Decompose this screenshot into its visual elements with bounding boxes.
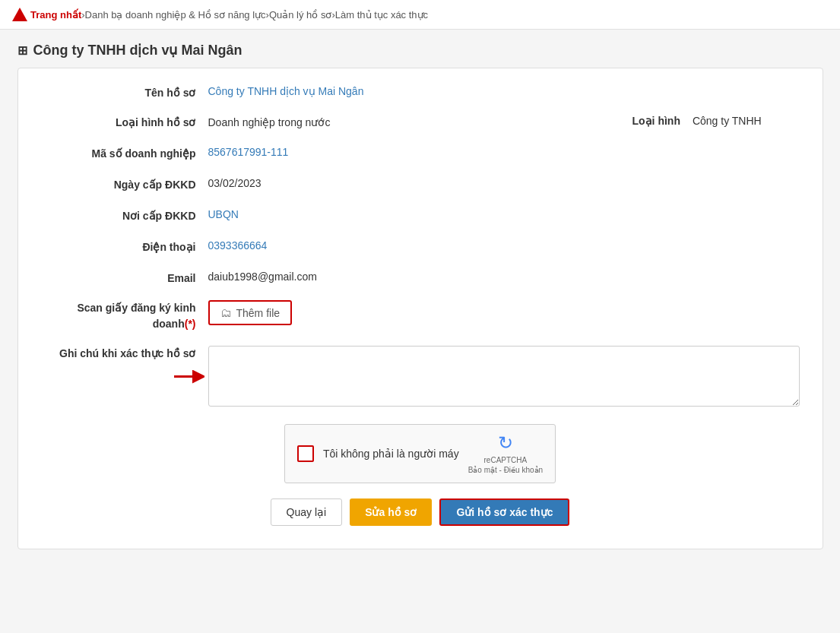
ghi-chu-field-container <box>208 346 800 409</box>
loai-hinh-ho-so-value: Doanh nghiệp trong nước <box>208 115 632 131</box>
breadcrumb-item-label-4: Làm thủ tục xác thực <box>335 9 428 21</box>
email-value: daiub1998@gmail.com <box>208 269 800 285</box>
form-card: Tên hồ sơ Công ty TNHH dịch vụ Mai Ngân … <box>17 68 823 549</box>
ngay-cap-row: Ngày cấp ĐKKD 03/02/2023 <box>41 176 800 193</box>
page-title: ⊞ Công ty TNHH dịch vụ Mai Ngân <box>17 42 823 59</box>
dien-thoai-label: Điện thoại <box>41 238 208 255</box>
them-file-label: Thêm file <box>236 307 281 319</box>
them-file-button[interactable]: 🗂 Thêm file <box>208 300 293 325</box>
ghi-chu-textarea[interactable] <box>208 346 800 407</box>
loai-hinh-ho-so-label: Loại hình hồ sơ <box>41 115 208 131</box>
quay-lai-button[interactable]: Quay lại <box>271 498 343 526</box>
page-title-text: Công ty TNHH dịch vụ Mai Ngân <box>33 42 242 59</box>
ngay-cap-value: 03/02/2023 <box>208 176 800 191</box>
breadcrumb-item-label: Trang nhất <box>30 9 81 21</box>
breadcrumb-item-label-3: Quản lý hồ sơ <box>269 9 332 21</box>
breadcrumb: Trang nhất › Danh bạ doanh nghiệp & Hồ s… <box>0 0 840 30</box>
main-container: ⊞ Công ty TNHH dịch vụ Mai Ngân Tên hồ s… <box>10 42 831 549</box>
noi-cap-label: Nơi cấp ĐKKD <box>41 207 208 224</box>
ten-ho-so-row: Tên hồ sơ Công ty TNHH dịch vụ Mai Ngân <box>41 84 800 101</box>
loai-hinh-col: Loại hình Công ty TNHH <box>632 115 800 127</box>
red-arrow-svg <box>170 365 204 388</box>
email-row: Email daiub1998@gmail.com <box>41 269 800 286</box>
captcha-area: Tôi không phải là người máy ↻ reCAPTCHA … <box>41 424 800 483</box>
grid-icon: ⊞ <box>17 43 27 58</box>
email-label: Email <box>41 269 208 286</box>
action-buttons: Quay lại Sửa hồ sơ Gửi hồ sơ xác thực <box>41 498 800 526</box>
home-triangle-icon <box>12 8 27 21</box>
captcha-checkbox[interactable] <box>297 445 314 462</box>
loai-hinh-label: Loại hình <box>632 115 686 127</box>
ten-ho-so-label: Tên hồ sơ <box>41 84 208 101</box>
loai-hinh-row: Loại hình hồ sơ Doanh nghiệp trong nước … <box>41 115 800 131</box>
scan-value: 🗂 Thêm file <box>208 300 293 325</box>
noi-cap-row: Nơi cấp ĐKKD UBQN <box>41 207 800 224</box>
noi-cap-value: UBQN <box>208 207 800 223</box>
loai-hinh-ho-so-col: Loại hình hồ sơ Doanh nghiệp trong nước <box>41 115 632 131</box>
dien-thoai-row: Điện thoại 0393366664 <box>41 238 800 255</box>
ma-so-dn-value: 8567617991-111 <box>208 144 800 160</box>
breadcrumb-item-3[interactable]: Quản lý hồ sơ <box>269 9 332 21</box>
red-arrow-indicator <box>170 365 204 390</box>
ma-so-dn-label: Mã số doanh nghiệp <box>41 144 208 162</box>
ten-ho-so-value: Công ty TNHH dịch vụ Mai Ngân <box>208 84 800 100</box>
captcha-brand: reCAPTCHA Bảo mật - Điều khoản <box>468 455 543 475</box>
captcha-text: Tôi không phải là người máy <box>323 448 459 460</box>
scan-row: Scan giấy đăng ký kinh doanh(*) 🗂 Thêm f… <box>41 300 800 332</box>
scan-label: Scan giấy đăng ký kinh doanh(*) <box>41 300 208 332</box>
recaptcha-icon: ↻ <box>498 432 513 454</box>
sua-ho-so-button[interactable]: Sửa hồ sơ <box>350 498 432 526</box>
captcha-logo-area: ↻ reCAPTCHA Bảo mật - Điều khoản <box>468 432 543 475</box>
ngay-cap-label: Ngày cấp ĐKKD <box>41 176 208 193</box>
gui-ho-so-button[interactable]: Gửi hồ sơ xác thực <box>439 498 569 526</box>
breadcrumb-item-label-2: Danh bạ doanh nghiệp & Hồ sơ năng lực <box>85 9 266 21</box>
breadcrumb-item-2[interactable]: Danh bạ doanh nghiệp & Hồ sơ năng lực <box>85 9 266 21</box>
breadcrumb-home[interactable]: Trang nhất <box>12 8 81 21</box>
captcha-box: Tôi không phải là người máy ↻ reCAPTCHA … <box>284 424 556 483</box>
dien-thoai-value: 0393366664 <box>208 238 800 254</box>
ghi-chu-row: Ghi chú khi xác thực hồ sơ <box>41 346 800 409</box>
ghi-chu-label: Ghi chú khi xác thực hồ sơ <box>41 346 208 362</box>
ma-so-dn-row: Mã số doanh nghiệp 8567617991-111 <box>41 144 800 162</box>
folder-icon: 🗂 <box>220 306 232 319</box>
breadcrumb-item-4[interactable]: Làm thủ tục xác thực <box>335 9 428 21</box>
loai-hinh-value: Công ty TNHH <box>693 115 762 127</box>
